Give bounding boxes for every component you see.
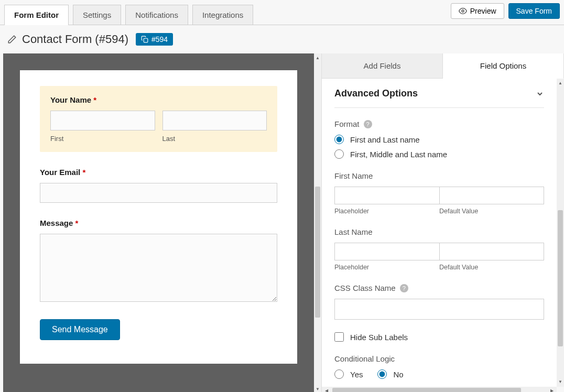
first-name-placeholder-caption: Placeholder xyxy=(334,208,439,215)
preview-button[interactable]: Preview xyxy=(451,3,504,19)
format-opt-first-last-label: First and Last name xyxy=(350,135,420,144)
scroll-left-icon[interactable]: ◀ xyxy=(323,388,330,393)
logic-yes-label: Yes xyxy=(350,370,363,379)
css-class-label-text: CSS Class Name xyxy=(334,284,396,292)
scroll-up-icon[interactable]: ▲ xyxy=(558,80,562,87)
field-options-body: Advanced Options Format ? First and Last… xyxy=(322,79,557,387)
eye-icon xyxy=(459,7,467,15)
scroll-track[interactable] xyxy=(557,87,564,378)
conditional-logic-group: Conditional Logic Yes No xyxy=(334,354,544,384)
first-name-default-input[interactable] xyxy=(439,187,545,204)
hide-sublabels[interactable]: Hide Sub Labels xyxy=(334,332,544,342)
last-name-placeholder-caption: Placeholder xyxy=(334,264,439,271)
advanced-options-title: Advanced Options xyxy=(334,88,418,99)
scroll-right-icon[interactable]: ▶ xyxy=(548,388,556,393)
css-class-group: CSS Class Name ? xyxy=(334,284,544,320)
scroll-thumb[interactable] xyxy=(558,210,563,346)
chevron-down-icon xyxy=(536,90,544,98)
shortcode-badge-text: #594 xyxy=(151,35,168,43)
tab-notifications[interactable]: Notifications xyxy=(125,5,188,25)
hide-sublabels-checkbox[interactable] xyxy=(334,332,344,342)
help-icon[interactable]: ? xyxy=(364,120,372,128)
scroll-track[interactable] xyxy=(314,62,321,386)
scroll-down-icon[interactable]: ▼ xyxy=(316,386,320,392)
last-name-input[interactable] xyxy=(162,111,267,130)
tab-form-editor-label: Form Editor xyxy=(14,10,59,19)
options-horizontal-scrollbar[interactable]: ◀ ▶ xyxy=(322,387,557,392)
save-form-button[interactable]: Save Form xyxy=(508,3,560,19)
main-tabs: Form Editor Settings Notifications Integ… xyxy=(4,5,253,25)
css-class-label: CSS Class Name ? xyxy=(334,284,544,292)
logic-no-label: No xyxy=(393,370,403,379)
css-class-input[interactable] xyxy=(334,299,544,320)
format-opt-first-last[interactable]: First and Last name xyxy=(334,135,544,144)
scroll-thumb[interactable] xyxy=(315,187,320,318)
logic-radio-no[interactable] xyxy=(377,369,387,379)
format-group: Format ? First and Last name First, Midd… xyxy=(334,119,544,159)
tab-add-fields-label: Add Fields xyxy=(364,61,401,70)
main-area: Your Name * First Last xyxy=(0,53,564,392)
logic-radio-yes[interactable] xyxy=(334,369,344,379)
preview-button-label: Preview xyxy=(470,7,496,15)
form-preview-viewport[interactable]: Your Name * First Last xyxy=(3,53,314,392)
field-message[interactable]: Message * xyxy=(40,219,277,303)
form-preview-panel: Your Name * First Last xyxy=(0,53,322,392)
tab-add-fields[interactable]: Add Fields xyxy=(322,53,443,78)
help-icon[interactable]: ? xyxy=(400,284,408,292)
email-input[interactable] xyxy=(40,183,277,203)
svg-rect-1 xyxy=(144,38,148,42)
save-form-button-label: Save Form xyxy=(516,7,552,15)
first-name-group: First Name Placeholder Default Value xyxy=(334,171,544,215)
message-input[interactable] xyxy=(40,234,277,302)
field-email[interactable]: Your Email * xyxy=(40,168,277,203)
tab-notifications-label: Notifications xyxy=(135,10,178,19)
shortcode-badge[interactable]: #594 xyxy=(136,33,173,46)
scroll-track[interactable] xyxy=(330,387,548,392)
conditional-logic-label: Conditional Logic xyxy=(334,354,544,363)
format-label: Format ? xyxy=(334,119,544,128)
required-mark: * xyxy=(93,95,96,104)
first-name-sublabel: First xyxy=(50,135,155,143)
field-message-label: Message * xyxy=(40,219,277,227)
right-panel: Add Fields Field Options Advanced Option… xyxy=(322,53,564,392)
field-email-label-text: Your Email xyxy=(40,168,80,177)
title-row: Contact Form (#594) #594 xyxy=(0,25,564,53)
tab-settings[interactable]: Settings xyxy=(73,5,121,25)
field-message-label-text: Message xyxy=(40,219,73,227)
format-radio-first-middle-last[interactable] xyxy=(334,149,344,159)
first-name-placeholder-input[interactable] xyxy=(334,187,439,204)
first-name-default-caption: Default Value xyxy=(439,208,544,215)
submit-button[interactable]: Send Message xyxy=(40,319,120,340)
field-name[interactable]: Your Name * First Last xyxy=(40,86,277,152)
format-radio-first-last[interactable] xyxy=(334,135,344,144)
preview-vertical-scrollbar[interactable]: ▲ ▼ xyxy=(314,53,321,392)
last-name-default-caption: Default Value xyxy=(439,264,544,271)
logic-no[interactable]: No xyxy=(377,369,403,379)
topbar-actions: Preview Save Form xyxy=(451,3,560,19)
scroll-up-icon[interactable]: ▲ xyxy=(316,55,320,62)
last-name-sublabel: Last xyxy=(162,135,267,143)
submit-button-label: Send Message xyxy=(52,325,108,334)
scroll-down-icon[interactable]: ▼ xyxy=(558,378,562,386)
advanced-options-header[interactable]: Advanced Options xyxy=(334,88,544,108)
logic-yes[interactable]: Yes xyxy=(334,369,363,379)
format-opt-first-middle-last-label: First, Middle and Last name xyxy=(350,150,447,159)
right-tabs: Add Fields Field Options xyxy=(322,53,564,79)
tab-field-options[interactable]: Field Options xyxy=(443,53,564,79)
svg-point-0 xyxy=(462,10,464,12)
field-name-label-text: Your Name xyxy=(50,95,91,104)
scroll-thumb[interactable] xyxy=(332,388,521,392)
pencil-icon[interactable] xyxy=(7,35,17,44)
options-vertical-scrollbar[interactable]: ▲ ▼ xyxy=(557,79,564,387)
last-name-default-input[interactable] xyxy=(439,243,545,260)
format-opt-first-middle-last[interactable]: First, Middle and Last name xyxy=(334,149,544,159)
format-label-text: Format xyxy=(334,119,360,128)
hide-sublabels-group: Hide Sub Labels xyxy=(334,332,544,342)
first-name-input[interactable] xyxy=(50,111,155,130)
last-name-placeholder-input[interactable] xyxy=(334,243,439,260)
form-card: Your Name * First Last xyxy=(20,70,297,364)
tab-integrations[interactable]: Integrations xyxy=(192,5,253,25)
tab-field-options-label: Field Options xyxy=(480,61,526,70)
tab-form-editor[interactable]: Form Editor xyxy=(4,5,69,25)
copy-icon xyxy=(141,36,148,43)
